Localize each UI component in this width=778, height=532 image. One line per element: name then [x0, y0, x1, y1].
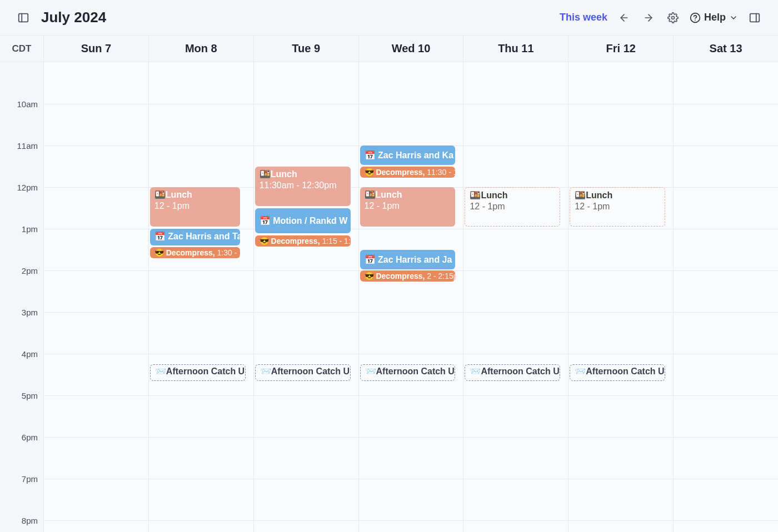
event-meeting-mon[interactable]: 📅 Zac Harris and Ta: [150, 229, 240, 245]
event-lunch-thu[interactable]: 🍱Lunch 12 - 1pm: [465, 187, 560, 227]
day-header-mon[interactable]: Mon 8: [148, 36, 253, 62]
event-catchup-fri[interactable]: 📨Afternoon Catch U: [570, 364, 665, 381]
event-catchup-tue[interactable]: 📨Afternoon Catch U: [255, 364, 351, 381]
hour-label: 6pm: [0, 432, 43, 474]
svg-rect-0: [19, 13, 28, 22]
event-time: 1:15 - 1:3: [322, 237, 350, 245]
event-title: 🍱Lunch: [154, 189, 236, 200]
event-catchup-thu[interactable]: 📨Afternoon Catch U: [465, 364, 560, 381]
event-title: 📨Afternoon Catch U: [575, 367, 664, 376]
event-motion-tue[interactable]: 📅 Motion / Rankd W: [255, 208, 351, 233]
event-title: 📨Afternoon Catch U: [260, 367, 350, 376]
header-right: This week Help: [560, 10, 762, 26]
event-title: 🍱Lunch: [575, 190, 660, 201]
hour-label: 4pm: [0, 349, 43, 390]
event-time: 12 - 1pm: [154, 200, 236, 212]
hour-label: 5pm: [0, 390, 43, 432]
hour-label: 11am: [0, 140, 43, 182]
event-time: 12 - 1pm: [575, 201, 660, 212]
event-decompress-mon[interactable]: 😎 Decompress, 1:30 - 1:4: [150, 247, 240, 258]
event-title: 📨Afternoon Catch U: [365, 367, 455, 376]
event-title: 📨Afternoon Catch U: [155, 367, 245, 376]
event-title: 🍱Lunch: [470, 190, 555, 201]
app-header: July 2024 This week Help: [0, 0, 778, 36]
event-title: 😎 Decompress,: [365, 168, 425, 177]
day-header-fri[interactable]: Fri 12: [568, 36, 673, 62]
event-title: 🍱Lunch: [365, 189, 451, 200]
event-title: 😎 Decompress,: [260, 237, 320, 245]
event-lunch-wed[interactable]: 🍱Lunch 12 - 1pm: [360, 187, 456, 227]
hour-label: 10am: [0, 99, 43, 140]
panel-right-icon[interactable]: [747, 10, 762, 26]
event-catchup-mon[interactable]: 📨Afternoon Catch U: [150, 364, 246, 381]
event-meeting-wed-1[interactable]: 📅 Zac Harris and Ka: [360, 145, 456, 165]
hour-label: 2pm: [0, 265, 43, 307]
event-time: 12 - 1pm: [365, 200, 451, 212]
event-time: 1:30 - 1:4: [217, 248, 240, 257]
event-decompress-tue[interactable]: 😎 Decompress, 1:15 - 1:3: [255, 235, 351, 247]
event-title: 📅 Motion / Rankd W: [260, 215, 348, 227]
prev-week-button[interactable]: [616, 10, 632, 26]
day-header-thu[interactable]: Thu 11: [463, 36, 568, 62]
event-title: 🍱Lunch: [260, 169, 346, 180]
day-header-sun[interactable]: Sun 7: [43, 36, 148, 62]
hour-label: [0, 57, 43, 99]
event-lunch-mon[interactable]: 🍱Lunch 12 - 1pm: [150, 187, 240, 227]
hour-grid: 10am 11am 12pm 1pm 2pm 3pm 4pm 5pm 6pm 7…: [0, 62, 778, 532]
hour-label: 1pm: [0, 224, 43, 265]
event-title: 📅 Zac Harris and Ja: [365, 254, 452, 265]
chevron-down-icon: [729, 13, 738, 22]
help-button[interactable]: Help: [690, 12, 738, 23]
hour-label: 3pm: [0, 307, 43, 349]
svg-rect-7: [750, 13, 760, 22]
this-week-button[interactable]: This week: [560, 12, 607, 23]
event-decompress-wed-2[interactable]: 😎 Decompress, 2 - 2:15p: [360, 270, 456, 282]
help-icon: [690, 12, 701, 23]
calendar-grid[interactable]: 10am 11am 12pm 1pm 2pm 3pm 4pm 5pm 6pm 7…: [0, 62, 778, 532]
hour-label: 12pm: [0, 182, 43, 224]
day-header-row: CDT Sun 7 Mon 8 Tue 9 Wed 10 Thu 11 Fri …: [0, 36, 778, 62]
event-decompress-wed-1[interactable]: 😎 Decompress, 11:30 - 11: [360, 167, 456, 178]
hour-label: 7pm: [0, 474, 43, 515]
event-time: 2 - 2:15p: [427, 272, 455, 280]
panel-left-icon[interactable]: [16, 10, 31, 26]
event-title: 📨Afternoon Catch U: [470, 367, 559, 376]
day-header-tue[interactable]: Tue 9: [253, 36, 358, 62]
event-lunch-tue[interactable]: 🍱Lunch 11:30am - 12:30pm: [255, 167, 351, 206]
event-meeting-wed-2[interactable]: 📅 Zac Harris and Ja: [360, 250, 456, 269]
hour-label: 8pm: [0, 515, 43, 532]
event-lunch-fri[interactable]: 🍱Lunch 12 - 1pm: [570, 187, 665, 227]
page-title: July 2024: [41, 9, 106, 26]
event-title: 📅 Zac Harris and Ta: [154, 232, 240, 241]
day-header-sat[interactable]: Sat 13: [673, 36, 778, 62]
event-title: 😎 Decompress,: [365, 272, 425, 280]
event-catchup-wed[interactable]: 📨Afternoon Catch U: [360, 364, 456, 381]
day-header-wed[interactable]: Wed 10: [358, 36, 463, 62]
svg-point-4: [671, 16, 674, 19]
header-left: July 2024: [16, 9, 106, 26]
event-title: 📅 Zac Harris and Ka: [365, 150, 454, 161]
event-time: 11:30am - 12:30pm: [260, 180, 346, 191]
next-week-button[interactable]: [641, 10, 656, 26]
event-title: 😎 Decompress,: [154, 248, 215, 257]
settings-button[interactable]: [665, 10, 681, 26]
event-time: 11:30 - 11: [427, 168, 455, 177]
help-label: Help: [704, 12, 726, 23]
event-time: 12 - 1pm: [470, 201, 555, 212]
